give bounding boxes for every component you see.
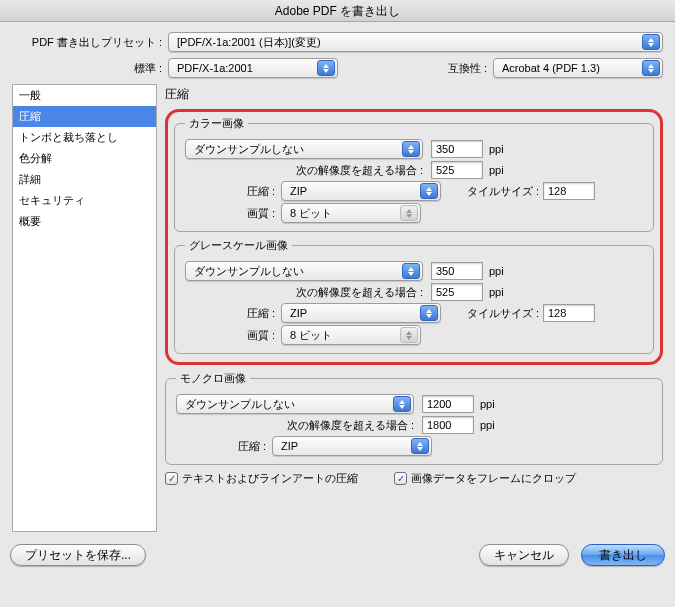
group-gray-legend: グレースケール画像 xyxy=(185,238,292,253)
gray-quality-value: 8 ビット xyxy=(290,328,332,343)
gray-quality-label: 画質 : xyxy=(185,328,275,343)
color-compress-value: ZIP xyxy=(290,185,307,197)
dropdown-arrows-icon xyxy=(393,396,411,412)
preset-select[interactable]: [PDF/X-1a:2001 (日本)](変更) xyxy=(168,32,663,52)
color-quality-label: 画質 : xyxy=(185,206,275,221)
gray-downsample-select[interactable]: ダウンサンプルしない xyxy=(185,261,423,281)
mono-threshold-label: 次の解像度を超える場合 : xyxy=(176,418,414,433)
group-mono-legend: モノクロ画像 xyxy=(176,371,250,386)
gray-downsample-value: ダウンサンプルしない xyxy=(194,264,304,279)
dropdown-arrows-icon xyxy=(317,60,335,76)
category-sidebar[interactable]: 一般 圧縮 トンボと裁ち落とし 色分解 詳細 セキュリティ 概要 xyxy=(12,84,157,532)
mono-compress-value: ZIP xyxy=(281,440,298,452)
mono-ppi-input[interactable] xyxy=(422,395,474,413)
export-button[interactable]: 書き出し xyxy=(581,544,665,566)
sidebar-item-security[interactable]: セキュリティ xyxy=(13,190,156,211)
checkbox-compress-text-lineart[interactable]: ✓ テキストおよびラインアートの圧縮 xyxy=(165,471,358,486)
dropdown-arrows-icon xyxy=(642,34,660,50)
color-threshold-label: 次の解像度を超える場合 : xyxy=(185,163,423,178)
standard-select-value: PDF/X-1a:2001 xyxy=(177,62,253,74)
mono-ppi-unit: ppi xyxy=(480,398,495,410)
color-ppi-input[interactable] xyxy=(431,140,483,158)
standard-select[interactable]: PDF/X-1a:2001 xyxy=(168,58,338,78)
compat-select[interactable]: Acrobat 4 (PDF 1.3) xyxy=(493,58,663,78)
mono-compress-select[interactable]: ZIP xyxy=(272,436,432,456)
dropdown-arrows-icon xyxy=(400,205,418,221)
mono-downsample-value: ダウンサンプルしない xyxy=(185,397,295,412)
color-quality-value: 8 ビット xyxy=(290,206,332,221)
color-threshold-input[interactable] xyxy=(431,161,483,179)
mono-downsample-select[interactable]: ダウンサンプルしない xyxy=(176,394,414,414)
dropdown-arrows-icon xyxy=(402,141,420,157)
group-mono-images: モノクロ画像 ダウンサンプルしない ppi 次の解像度を超える場合 : ppi … xyxy=(165,371,663,465)
gray-compress-select[interactable]: ZIP xyxy=(281,303,441,323)
gray-quality-select[interactable]: 8 ビット xyxy=(281,325,421,345)
group-gray-images: グレースケール画像 ダウンサンプルしない ppi 次の解像度を超える場合 : p… xyxy=(174,238,654,354)
gray-ppi-unit: ppi xyxy=(489,265,504,277)
check-icon: ✓ xyxy=(165,472,178,485)
mono-compress-label: 圧縮 : xyxy=(176,439,266,454)
mono-threshold-input[interactable] xyxy=(422,416,474,434)
gray-compress-label: 圧縮 : xyxy=(185,306,275,321)
save-preset-button[interactable]: プリセットを保存... xyxy=(10,544,146,566)
checkbox-compress-text-lineart-label: テキストおよびラインアートの圧縮 xyxy=(182,471,358,486)
sidebar-item-compression[interactable]: 圧縮 xyxy=(13,106,156,127)
sidebar-item-advanced[interactable]: 詳細 xyxy=(13,169,156,190)
preset-select-value: [PDF/X-1a:2001 (日本)](変更) xyxy=(177,35,321,50)
gray-compress-value: ZIP xyxy=(290,307,307,319)
highlight-annotation: カラー画像 ダウンサンプルしない ppi 次の解像度を超える場合 : ppi xyxy=(165,109,663,365)
panel-title: 圧縮 xyxy=(165,86,663,103)
mono-threshold-unit: ppi xyxy=(480,419,495,431)
cancel-button[interactable]: キャンセル xyxy=(479,544,569,566)
compat-label: 互換性 : xyxy=(431,61,487,76)
dropdown-arrows-icon xyxy=(420,305,438,321)
color-threshold-unit: ppi xyxy=(489,164,504,176)
dropdown-arrows-icon xyxy=(400,327,418,343)
color-downsample-select[interactable]: ダウンサンプルしない xyxy=(185,139,423,159)
compat-select-value: Acrobat 4 (PDF 1.3) xyxy=(502,62,600,74)
sidebar-item-general[interactable]: 一般 xyxy=(13,85,156,106)
gray-threshold-unit: ppi xyxy=(489,286,504,298)
sidebar-item-output[interactable]: 色分解 xyxy=(13,148,156,169)
checkbox-crop-image-frames[interactable]: ✓ 画像データをフレームにクロップ xyxy=(394,471,576,486)
color-compress-select[interactable]: ZIP xyxy=(281,181,441,201)
dropdown-arrows-icon xyxy=(402,263,420,279)
check-icon: ✓ xyxy=(394,472,407,485)
sidebar-item-summary[interactable]: 概要 xyxy=(13,211,156,232)
color-ppi-unit: ppi xyxy=(489,143,504,155)
dropdown-arrows-icon xyxy=(411,438,429,454)
gray-ppi-input[interactable] xyxy=(431,262,483,280)
group-color-legend: カラー画像 xyxy=(185,116,248,131)
color-compress-label: 圧縮 : xyxy=(185,184,275,199)
gray-threshold-input[interactable] xyxy=(431,283,483,301)
gray-threshold-label: 次の解像度を超える場合 : xyxy=(185,285,423,300)
dropdown-arrows-icon xyxy=(642,60,660,76)
dropdown-arrows-icon xyxy=(420,183,438,199)
checkbox-crop-image-frames-label: 画像データをフレームにクロップ xyxy=(411,471,576,486)
group-color-images: カラー画像 ダウンサンプルしない ppi 次の解像度を超える場合 : ppi xyxy=(174,116,654,232)
window-title: Adobe PDF を書き出し xyxy=(0,0,675,22)
gray-tile-label: タイルサイズ : xyxy=(459,306,539,321)
preset-label: PDF 書き出しプリセット : xyxy=(12,35,162,50)
color-quality-select[interactable]: 8 ビット xyxy=(281,203,421,223)
color-tile-label: タイルサイズ : xyxy=(459,184,539,199)
gray-tile-input[interactable] xyxy=(543,304,595,322)
sidebar-item-marks[interactable]: トンボと裁ち落とし xyxy=(13,127,156,148)
color-tile-input[interactable] xyxy=(543,182,595,200)
standard-label: 標準 : xyxy=(12,61,162,76)
color-downsample-value: ダウンサンプルしない xyxy=(194,142,304,157)
